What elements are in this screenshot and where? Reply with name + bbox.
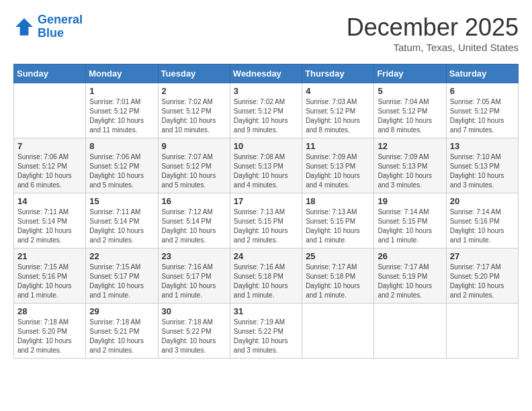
- calendar-cell: [302, 304, 374, 359]
- cell-info: Sunrise: 7:15 AM Sunset: 5:16 PM Dayligh…: [17, 263, 82, 300]
- week-row-2: 7Sunrise: 7:06 AM Sunset: 5:12 PM Daylig…: [14, 138, 519, 193]
- cell-info: Sunrise: 7:12 AM Sunset: 5:14 PM Dayligh…: [162, 208, 226, 245]
- calendar-cell: 3Sunrise: 7:02 AM Sunset: 5:12 PM Daylig…: [230, 83, 302, 138]
- cell-info: Sunrise: 7:02 AM Sunset: 5:12 PM Dayligh…: [162, 97, 226, 135]
- cell-info: Sunrise: 7:13 AM Sunset: 5:15 PM Dayligh…: [306, 208, 370, 245]
- weekday-header-row: SundayMondayTuesdayWednesdayThursdayFrid…: [14, 64, 519, 83]
- calendar-cell: 15Sunrise: 7:11 AM Sunset: 5:14 PM Dayli…: [86, 193, 158, 248]
- cell-info: Sunrise: 7:15 AM Sunset: 5:17 PM Dayligh…: [89, 263, 154, 300]
- calendar-cell: 22Sunrise: 7:15 AM Sunset: 5:17 PM Dayli…: [86, 248, 158, 304]
- day-number: 24: [234, 251, 298, 261]
- cell-info: Sunrise: 7:03 AM Sunset: 5:12 PM Dayligh…: [306, 97, 370, 135]
- logo: General Blue: [13, 13, 83, 40]
- logo-line1: General: [38, 13, 83, 26]
- day-number: 20: [450, 196, 515, 206]
- calendar-cell: 23Sunrise: 7:16 AM Sunset: 5:17 PM Dayli…: [158, 248, 230, 304]
- cell-info: Sunrise: 7:14 AM Sunset: 5:15 PM Dayligh…: [378, 208, 442, 245]
- calendar-cell: 16Sunrise: 7:12 AM Sunset: 5:14 PM Dayli…: [158, 193, 230, 248]
- day-number: 12: [378, 141, 442, 151]
- calendar-cell: 31Sunrise: 7:19 AM Sunset: 5:22 PM Dayli…: [230, 304, 302, 359]
- cell-info: Sunrise: 7:18 AM Sunset: 5:21 PM Dayligh…: [89, 318, 154, 355]
- day-number: 2: [162, 86, 226, 96]
- calendar-cell: 21Sunrise: 7:15 AM Sunset: 5:16 PM Dayli…: [14, 248, 86, 304]
- logo-text: General Blue: [38, 13, 83, 40]
- weekday-header-thursday: Thursday: [302, 64, 374, 83]
- cell-info: Sunrise: 7:01 AM Sunset: 5:12 PM Dayligh…: [89, 97, 154, 135]
- cell-info: Sunrise: 7:18 AM Sunset: 5:22 PM Dayligh…: [162, 318, 226, 355]
- day-number: 13: [450, 141, 515, 151]
- calendar-cell: 1Sunrise: 7:01 AM Sunset: 5:12 PM Daylig…: [86, 83, 158, 138]
- calendar-cell: 18Sunrise: 7:13 AM Sunset: 5:15 PM Dayli…: [302, 193, 374, 248]
- day-number: 29: [89, 306, 154, 316]
- cell-info: Sunrise: 7:11 AM Sunset: 5:14 PM Dayligh…: [89, 208, 154, 245]
- calendar-cell: 30Sunrise: 7:18 AM Sunset: 5:22 PM Dayli…: [158, 304, 230, 359]
- day-number: 16: [162, 196, 226, 206]
- calendar-cell: [446, 304, 518, 359]
- calendar-cell: 19Sunrise: 7:14 AM Sunset: 5:15 PM Dayli…: [374, 193, 446, 248]
- weekday-header-friday: Friday: [374, 64, 446, 83]
- cell-info: Sunrise: 7:02 AM Sunset: 5:12 PM Dayligh…: [234, 97, 298, 135]
- calendar-cell: 7Sunrise: 7:06 AM Sunset: 5:12 PM Daylig…: [14, 138, 86, 193]
- day-number: 7: [17, 141, 82, 151]
- weekday-header-wednesday: Wednesday: [230, 64, 302, 83]
- calendar-cell: 25Sunrise: 7:17 AM Sunset: 5:18 PM Dayli…: [302, 248, 374, 304]
- calendar-cell: 14Sunrise: 7:11 AM Sunset: 5:14 PM Dayli…: [14, 193, 86, 248]
- title-area: December 2025 Tatum, Texas, United State…: [347, 13, 519, 53]
- day-number: 21: [17, 251, 82, 261]
- cell-info: Sunrise: 7:13 AM Sunset: 5:15 PM Dayligh…: [234, 208, 298, 245]
- calendar-cell: 11Sunrise: 7:09 AM Sunset: 5:13 PM Dayli…: [302, 138, 374, 193]
- cell-info: Sunrise: 7:18 AM Sunset: 5:20 PM Dayligh…: [17, 318, 82, 355]
- cell-info: Sunrise: 7:19 AM Sunset: 5:22 PM Dayligh…: [234, 318, 298, 355]
- calendar-cell: 6Sunrise: 7:05 AM Sunset: 5:12 PM Daylig…: [446, 83, 518, 138]
- cell-info: Sunrise: 7:04 AM Sunset: 5:12 PM Dayligh…: [378, 97, 442, 135]
- calendar-cell: 29Sunrise: 7:18 AM Sunset: 5:21 PM Dayli…: [86, 304, 158, 359]
- weekday-header-monday: Monday: [86, 64, 158, 83]
- cell-info: Sunrise: 7:07 AM Sunset: 5:12 PM Dayligh…: [162, 152, 226, 190]
- cell-info: Sunrise: 7:11 AM Sunset: 5:14 PM Dayligh…: [17, 208, 82, 245]
- calendar-cell: 10Sunrise: 7:08 AM Sunset: 5:13 PM Dayli…: [230, 138, 302, 193]
- day-number: 22: [89, 251, 154, 261]
- day-number: 15: [89, 196, 154, 206]
- cell-info: Sunrise: 7:17 AM Sunset: 5:19 PM Dayligh…: [378, 263, 442, 300]
- day-number: 28: [17, 306, 82, 316]
- calendar-cell: 13Sunrise: 7:10 AM Sunset: 5:13 PM Dayli…: [446, 138, 518, 193]
- day-number: 4: [306, 86, 370, 96]
- day-number: 1: [89, 86, 154, 96]
- logo-icon: [13, 16, 35, 38]
- day-number: 26: [378, 251, 442, 261]
- cell-info: Sunrise: 7:16 AM Sunset: 5:17 PM Dayligh…: [162, 263, 226, 300]
- week-row-5: 28Sunrise: 7:18 AM Sunset: 5:20 PM Dayli…: [14, 304, 519, 359]
- cell-info: Sunrise: 7:10 AM Sunset: 5:13 PM Dayligh…: [450, 152, 515, 190]
- week-row-3: 14Sunrise: 7:11 AM Sunset: 5:14 PM Dayli…: [14, 193, 519, 248]
- calendar-cell: 24Sunrise: 7:16 AM Sunset: 5:18 PM Dayli…: [230, 248, 302, 304]
- day-number: 25: [306, 251, 370, 261]
- day-number: 18: [306, 196, 370, 206]
- day-number: 3: [234, 86, 298, 96]
- location: Tatum, Texas, United States: [347, 42, 519, 53]
- cell-info: Sunrise: 7:17 AM Sunset: 5:18 PM Dayligh…: [306, 263, 370, 300]
- day-number: 10: [234, 141, 298, 151]
- day-number: 8: [89, 141, 154, 151]
- logo-line2: Blue: [38, 26, 64, 40]
- calendar-cell: [14, 83, 86, 138]
- cell-info: Sunrise: 7:06 AM Sunset: 5:12 PM Dayligh…: [89, 152, 154, 190]
- calendar-cell: 4Sunrise: 7:03 AM Sunset: 5:12 PM Daylig…: [302, 83, 374, 138]
- calendar-cell: 9Sunrise: 7:07 AM Sunset: 5:12 PM Daylig…: [158, 138, 230, 193]
- svg-marker-0: [15, 18, 33, 36]
- calendar-cell: 2Sunrise: 7:02 AM Sunset: 5:12 PM Daylig…: [158, 83, 230, 138]
- header: General Blue December 2025 Tatum, Texas,…: [13, 13, 519, 53]
- cell-info: Sunrise: 7:09 AM Sunset: 5:13 PM Dayligh…: [378, 152, 442, 190]
- day-number: 17: [234, 196, 298, 206]
- cell-info: Sunrise: 7:17 AM Sunset: 5:20 PM Dayligh…: [450, 263, 515, 300]
- calendar-cell: 27Sunrise: 7:17 AM Sunset: 5:20 PM Dayli…: [446, 248, 518, 304]
- calendar-cell: 8Sunrise: 7:06 AM Sunset: 5:12 PM Daylig…: [86, 138, 158, 193]
- cell-info: Sunrise: 7:09 AM Sunset: 5:13 PM Dayligh…: [306, 152, 370, 190]
- calendar-cell: 12Sunrise: 7:09 AM Sunset: 5:13 PM Dayli…: [374, 138, 446, 193]
- day-number: 14: [17, 196, 82, 206]
- calendar-cell: 28Sunrise: 7:18 AM Sunset: 5:20 PM Dayli…: [14, 304, 86, 359]
- calendar-cell: 17Sunrise: 7:13 AM Sunset: 5:15 PM Dayli…: [230, 193, 302, 248]
- day-number: 23: [162, 251, 226, 261]
- month-title: December 2025: [347, 13, 519, 42]
- weekday-header-sunday: Sunday: [14, 64, 86, 83]
- calendar-cell: 26Sunrise: 7:17 AM Sunset: 5:19 PM Dayli…: [374, 248, 446, 304]
